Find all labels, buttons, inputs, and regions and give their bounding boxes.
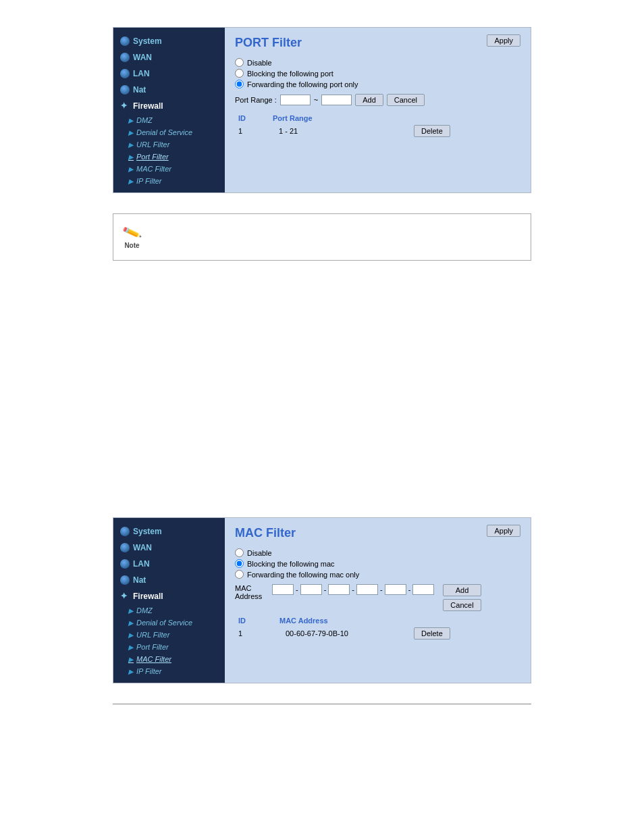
sidebar2-item-dos[interactable]: ▶ Denial of Service	[128, 617, 225, 629]
port-filter-title: PORT Filter	[235, 36, 520, 50]
note-icon-area: ✏️ Note	[124, 224, 140, 249]
sidebar-item-nat[interactable]: Nat	[113, 82, 225, 98]
bottom-divider	[113, 704, 531, 704]
sidebar-item-wan[interactable]: WAN	[113, 49, 225, 66]
firewall2-icon: ✦	[120, 592, 130, 601]
port-range-start[interactable]	[280, 95, 311, 105]
table-row-p2: 1 00-60-67-79-0B-10 Delete	[235, 627, 520, 640]
col-id-label-p2: ID	[238, 617, 246, 625]
sidebar2-item-lan[interactable]: LAN	[113, 556, 225, 572]
apply-button-p1[interactable]: Apply	[487, 34, 520, 47]
lan-icon	[120, 69, 130, 78]
radio-blocking-input-p2[interactable]	[235, 559, 244, 568]
sidebar-label-firewall: Firewall	[133, 101, 163, 111]
col-id-label-p1: ID	[238, 114, 246, 122]
radio-disable-p1[interactable]: Disable	[235, 58, 520, 67]
sidebar-panel1: System WAN LAN Nat ✦ Firewall ▶ DM	[113, 28, 225, 192]
sidebar-item-dmz[interactable]: ▶ DMZ	[128, 114, 225, 126]
arrow2-ip: ▶	[128, 668, 134, 675]
delete-button-p1[interactable]: Delete	[414, 125, 450, 137]
mac-octet-4[interactable]	[356, 584, 378, 595]
sidebar-label-nat: Nat	[133, 85, 146, 95]
arrow2-dos: ▶	[128, 619, 134, 627]
delete-button-p2[interactable]: Delete	[414, 627, 450, 640]
sidebar-item-dos[interactable]: ▶ Denial of Service	[128, 126, 225, 138]
note-box: ✏️ Note	[113, 213, 531, 261]
sidebar2-item-wan[interactable]: WAN	[113, 540, 225, 556]
sidebar-item-url-filter[interactable]: ▶ URL Filter	[128, 138, 225, 151]
radio-forwarding-p1[interactable]: Forwarding the following port only	[235, 80, 520, 88]
sidebar2-item-mac-filter[interactable]: ▶ MAC Filter	[128, 653, 225, 665]
sidebar2-item-dmz[interactable]: ▶ DMZ	[128, 604, 225, 617]
sidebar-item-lan[interactable]: LAN	[113, 66, 225, 82]
sidebar2-item-system[interactable]: System	[113, 523, 225, 540]
port-range-row: Port Range : ~ Add Cancel	[235, 94, 520, 106]
sidebar-item-mac-filter[interactable]: ▶ MAC Filter	[128, 163, 225, 175]
sidebar2-item-ip-filter[interactable]: ▶ IP Filter	[128, 665, 225, 677]
sidebar2-item-port-filter[interactable]: ▶ Port Filter	[128, 641, 225, 653]
sidebar-item-system[interactable]: System	[113, 33, 225, 49]
radio-disable-input-p2[interactable]	[235, 548, 244, 557]
cancel-button-p1[interactable]: Cancel	[387, 94, 425, 106]
sidebar-submenu: ▶ DMZ ▶ Denial of Service ▶ URL Filter ▶…	[113, 114, 225, 187]
arrow2-dmz: ▶	[128, 607, 134, 615]
radio-forwarding-input-p2[interactable]	[235, 570, 244, 579]
arrow-ip: ▶	[128, 178, 134, 185]
sidebar2-label-system: System	[133, 527, 162, 536]
port-filter-table: ID Port Range 1 1 - 21 Delete	[235, 114, 520, 137]
radio-forwarding-p2[interactable]: Forwarding the following mac only	[235, 570, 520, 579]
top-right-buttons-p1: Apply	[487, 34, 520, 47]
mac-octet-1[interactable]	[272, 584, 294, 595]
arrow-port: ▶	[128, 153, 134, 161]
cancel-button-p2[interactable]: Cancel	[443, 599, 481, 611]
add-button-p1[interactable]: Add	[355, 94, 383, 106]
mac-address-row: MACAddress - - - - -	[235, 584, 520, 611]
sidebar-label-wan: WAN	[133, 53, 152, 62]
port-range-sep: ~	[314, 96, 318, 104]
sidebar-label-system: System	[133, 36, 162, 46]
radio-blocking-input-p1[interactable]	[235, 69, 244, 78]
table-row-p1: 1 1 - 21 Delete	[235, 125, 520, 137]
radio-forwarding-input-p1[interactable]	[235, 80, 244, 88]
radio-group-p1: Disable Blocking the following port Forw…	[235, 58, 520, 88]
arrow-mac: ▶	[128, 165, 134, 173]
mac-filter-panel: System WAN LAN Nat ✦ Firewall ▶ DM	[113, 517, 531, 683]
mac-octet-5[interactable]	[385, 584, 406, 595]
port-range-end[interactable]	[321, 95, 352, 105]
system2-icon	[120, 527, 130, 536]
mac-input-group: - - - - -	[272, 584, 434, 595]
sidebar2-item-nat[interactable]: Nat	[113, 572, 225, 588]
add-cancel-buttons-p2: Add Cancel	[443, 584, 481, 611]
sidebar2-item-firewall[interactable]: ✦ Firewall	[113, 588, 225, 604]
row1-id-p1: 1	[238, 127, 252, 135]
port-filter-panel: System WAN LAN Nat ✦ Firewall ▶ DM	[113, 27, 531, 193]
mac-octet-3[interactable]	[328, 584, 350, 595]
sidebar-panel2: System WAN LAN Nat ✦ Firewall ▶ DM	[113, 518, 225, 683]
arrow-url: ▶	[128, 141, 134, 149]
add-button-p2[interactable]: Add	[443, 584, 481, 596]
arrow2-port: ▶	[128, 644, 134, 651]
apply-button-p2[interactable]: Apply	[487, 525, 520, 537]
mac-filter-table: ID MAC Address 1 00-60-67-79-0B-10 Delet…	[235, 617, 520, 640]
port-filter-content: Apply PORT Filter Disable Blocking the f…	[225, 28, 531, 192]
sidebar-item-port-filter[interactable]: ▶ Port Filter	[128, 151, 225, 163]
arrow-dos: ▶	[128, 129, 134, 136]
pencil-icon: ✏️	[122, 221, 143, 242]
port-range-label: Port Range :	[235, 96, 277, 104]
mac-octet-6[interactable]	[412, 584, 434, 595]
radio-group-p2: Disable Blocking the following mac Forwa…	[235, 548, 520, 579]
sidebar-item-firewall[interactable]: ✦ Firewall	[113, 98, 225, 114]
sidebar2-label-lan: LAN	[133, 559, 150, 569]
radio-disable-p2[interactable]: Disable	[235, 548, 520, 557]
radio-disable-input-p1[interactable]	[235, 58, 244, 67]
mac-label-text: MACAddress	[235, 584, 269, 600]
arrow2-url: ▶	[128, 631, 134, 639]
mac-octet-2[interactable]	[300, 584, 322, 595]
sidebar-item-ip-filter[interactable]: ▶ IP Filter	[128, 175, 225, 187]
arrow2-mac: ▶	[128, 656, 134, 663]
sidebar2-label-nat: Nat	[133, 575, 146, 585]
col-mac-label-p2: MAC Address	[279, 617, 328, 625]
radio-blocking-p2[interactable]: Blocking the following mac	[235, 559, 520, 568]
radio-blocking-p1[interactable]: Blocking the following port	[235, 69, 520, 78]
sidebar2-item-url-filter[interactable]: ▶ URL Filter	[128, 629, 225, 641]
